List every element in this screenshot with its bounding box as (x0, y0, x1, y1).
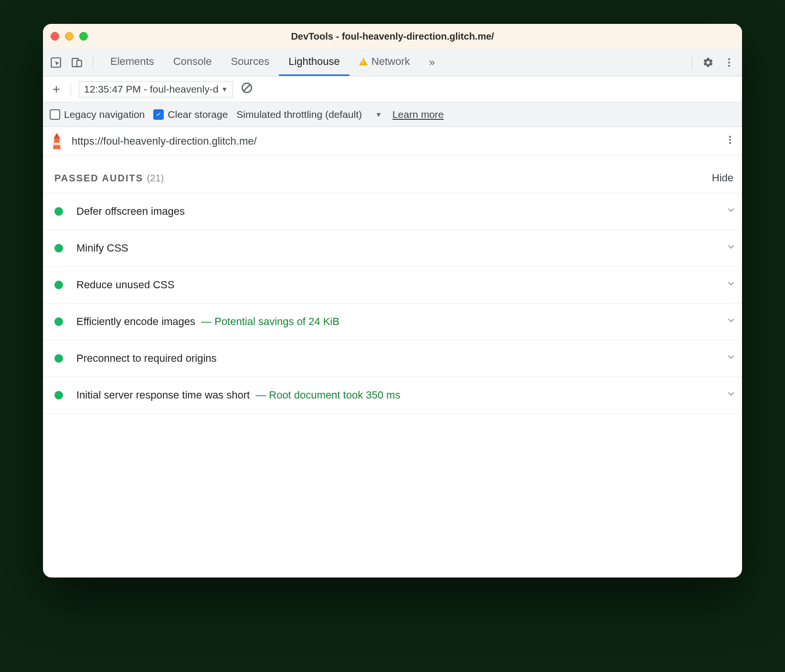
svg-point-10 (729, 142, 731, 144)
chevron-down-icon (726, 352, 736, 365)
close-window-button[interactable] (51, 32, 59, 41)
new-report-button[interactable]: + (50, 83, 63, 96)
tab-label: Lighthouse (288, 55, 340, 68)
throttling-label: Simulated throttling (default) (236, 109, 362, 120)
audit-label: Defer offscreen images (76, 205, 185, 218)
checkbox-unchecked-icon (50, 109, 60, 120)
audit-label: Initial server response time was short (76, 389, 250, 401)
chevron-down-icon (726, 315, 736, 328)
warning-icon (359, 58, 368, 65)
titlebar: DevTools - foul-heavenly-direction.glitc… (43, 24, 742, 49)
dropdown-icon: ▼ (221, 85, 228, 93)
pass-indicator-icon (54, 207, 63, 216)
option-label: Legacy navigation (64, 109, 145, 120)
audit-row[interactable]: Reduce unused CSS (43, 267, 742, 304)
audit-label: Reduce unused CSS (76, 279, 174, 291)
tab-elements[interactable]: Elements (101, 49, 164, 76)
inspect-icon[interactable] (48, 54, 64, 71)
legacy-navigation-option[interactable]: Legacy navigation (50, 109, 145, 120)
section-count: (21) (147, 173, 164, 183)
svg-point-9 (729, 138, 731, 140)
zoom-window-button[interactable] (79, 32, 88, 41)
report-url-bar: https://foul-heavenly-direction.glitch.m… (43, 127, 742, 156)
report-menu-icon[interactable] (725, 135, 735, 148)
chevron-down-icon (726, 388, 736, 402)
hide-section-button[interactable]: Hide (712, 172, 733, 184)
tab-lighthouse[interactable]: Lighthouse (279, 49, 350, 76)
window-title: DevTools - foul-heavenly-direction.glitc… (43, 31, 742, 42)
lighthouse-options-bar: Legacy navigation Clear storage Simulate… (43, 102, 742, 127)
section-title-block: PASSED AUDITS (21) (54, 173, 164, 184)
audit-label: Efficiently encode images (76, 315, 195, 328)
chevron-down-icon (726, 205, 736, 218)
audit-info: Potential savings of 24 KiB (201, 315, 339, 328)
tab-label: Network (371, 55, 410, 68)
divider (692, 55, 692, 70)
lighthouse-icon (50, 133, 64, 149)
tab-label: Elements (110, 55, 154, 68)
clear-icon[interactable] (241, 82, 253, 96)
settings-icon[interactable] (700, 54, 716, 71)
svg-point-5 (728, 65, 730, 67)
minimize-window-button[interactable] (65, 32, 74, 41)
audit-row[interactable]: Defer offscreen images (43, 193, 742, 230)
audit-row[interactable]: Minify CSS (43, 230, 742, 267)
report-url: https://foul-heavenly-direction.glitch.m… (72, 135, 257, 147)
tab-label: Sources (231, 55, 269, 68)
learn-more-link[interactable]: Learn more (392, 109, 444, 120)
audit-row[interactable]: Initial server response time was shortRo… (43, 377, 742, 414)
menu-icon[interactable] (721, 54, 737, 71)
window-controls (51, 32, 88, 41)
pass-indicator-icon (54, 244, 63, 252)
pass-indicator-icon (54, 354, 63, 363)
divider (93, 55, 93, 70)
passed-audits-header[interactable]: PASSED AUDITS (21) Hide (43, 156, 742, 193)
audit-label: Preconnect to required origins (76, 352, 217, 365)
audit-info: Root document took 350 ms (255, 389, 400, 401)
svg-line-7 (244, 85, 250, 91)
svg-rect-2 (77, 60, 82, 66)
tab-label: Console (173, 55, 212, 68)
divider (71, 82, 71, 96)
clear-storage-option[interactable]: Clear storage (153, 109, 228, 120)
tab-sources[interactable]: Sources (221, 49, 279, 76)
audits-list: Defer offscreen imagesMinify CSSReduce u… (43, 193, 742, 414)
main-tabs-bar: Elements Console Sources Lighthouse Netw… (43, 49, 742, 76)
audit-row[interactable]: Preconnect to required origins (43, 340, 742, 377)
audit-row[interactable]: Efficiently encode imagesPotential savin… (43, 304, 742, 340)
section-title: PASSED AUDITS (54, 173, 143, 183)
tab-network[interactable]: Network (350, 49, 420, 76)
lighthouse-toolbar: + 12:35:47 PM - foul-heavenly-d ▼ (43, 76, 742, 102)
checkbox-checked-icon (153, 109, 164, 120)
chevron-down-icon (726, 278, 736, 292)
audit-label: Minify CSS (76, 242, 128, 254)
option-label: Clear storage (168, 109, 228, 120)
more-tabs-button[interactable]: » (424, 56, 440, 69)
svg-point-8 (729, 136, 731, 137)
device-toolbar-icon[interactable] (69, 54, 85, 71)
tab-console[interactable]: Console (164, 49, 222, 76)
chevron-down-icon (726, 242, 736, 255)
throttling-dropdown-icon[interactable]: ▼ (375, 111, 382, 118)
svg-point-3 (728, 58, 730, 60)
pass-indicator-icon (54, 281, 63, 289)
tabs: Elements Console Sources Lighthouse Netw… (101, 49, 420, 76)
svg-point-4 (728, 62, 730, 63)
report-selector-label: 12:35:47 PM - foul-heavenly-d (84, 84, 218, 95)
report-selector[interactable]: 12:35:47 PM - foul-heavenly-d ▼ (79, 81, 233, 97)
pass-indicator-icon (54, 391, 63, 399)
devtools-window: DevTools - foul-heavenly-direction.glitc… (43, 24, 742, 578)
pass-indicator-icon (54, 317, 63, 326)
